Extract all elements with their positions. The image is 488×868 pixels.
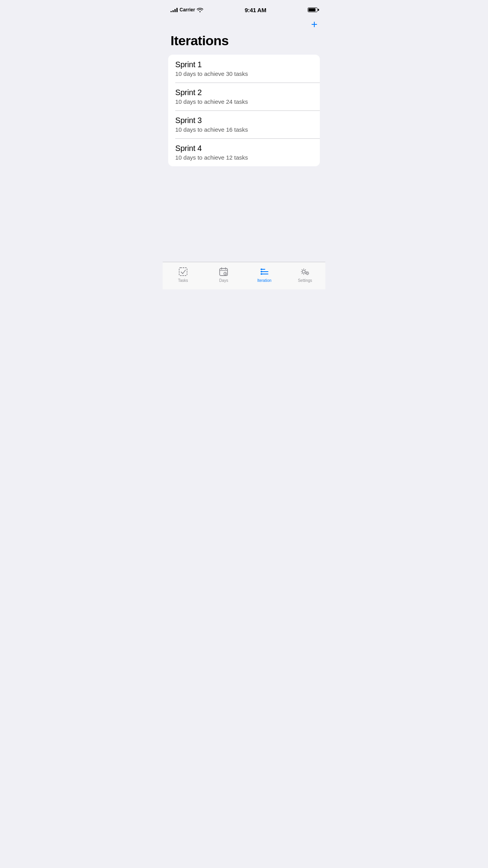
tab-tasks[interactable]: Tasks	[163, 266, 204, 283]
sprint-name: Sprint 3	[175, 116, 313, 125]
svg-line-9	[225, 274, 226, 274]
tasks-icon	[178, 266, 189, 277]
sprint-name: Sprint 4	[175, 144, 313, 153]
page-title: Iterations	[163, 33, 325, 55]
status-left: Carrier	[171, 7, 203, 13]
svg-point-13	[261, 268, 262, 270]
days-tab-label: Days	[219, 278, 228, 283]
svg-point-14	[261, 271, 262, 272]
tab-settings[interactable]: Settings	[285, 266, 326, 283]
battery-fill	[308, 8, 316, 11]
signal-bars-icon	[171, 7, 178, 12]
svg-line-2	[183, 270, 185, 274]
tab-days[interactable]: Days	[204, 266, 244, 283]
list-item[interactable]: Sprint 3 10 days to achieve 16 tasks	[168, 110, 320, 138]
tab-iteration[interactable]: Iteration	[244, 266, 285, 283]
time-label: 9:41 AM	[245, 7, 266, 13]
tasks-tab-label: Tasks	[178, 278, 188, 283]
sprint-description: 10 days to achieve 24 tasks	[175, 98, 313, 105]
settings-icon	[299, 266, 310, 277]
list-item[interactable]: Sprint 2 10 days to achieve 24 tasks	[168, 83, 320, 110]
battery-icon	[308, 7, 317, 12]
sprint-description: 10 days to achieve 16 tasks	[175, 126, 313, 133]
sprint-name: Sprint 1	[175, 60, 313, 69]
svg-point-15	[261, 273, 262, 275]
iteration-tab-label: Iteration	[257, 278, 272, 283]
wifi-icon	[197, 7, 203, 12]
status-bar: Carrier 9:41 AM	[163, 0, 325, 17]
settings-tab-label: Settings	[298, 278, 312, 283]
carrier-label: Carrier	[180, 7, 195, 13]
list-item[interactable]: Sprint 1 10 days to achieve 30 tasks	[168, 55, 320, 83]
svg-point-16	[303, 270, 305, 273]
sprint-description: 10 days to achieve 30 tasks	[175, 70, 313, 77]
add-iteration-button[interactable]: +	[311, 19, 317, 30]
list-item[interactable]: Sprint 4 10 days to achieve 12 tasks	[168, 138, 320, 166]
top-actions: +	[163, 17, 325, 33]
sprint-description: 10 days to achieve 12 tasks	[175, 154, 313, 161]
iteration-icon	[259, 266, 270, 277]
battery-indicator	[308, 7, 317, 12]
svg-rect-0	[179, 268, 187, 276]
sprint-name: Sprint 2	[175, 88, 313, 97]
tab-bar: Tasks Days	[163, 262, 325, 289]
days-icon	[218, 266, 229, 277]
sprints-list: Sprint 1 10 days to achieve 30 tasks Spr…	[168, 55, 320, 166]
